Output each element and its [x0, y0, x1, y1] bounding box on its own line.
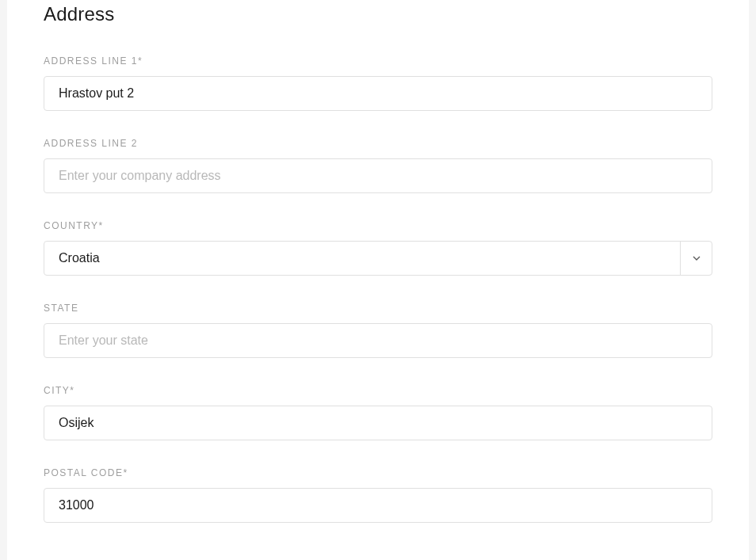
label-state: STATE [44, 303, 712, 314]
label-city: CITY* [44, 385, 712, 396]
form-group-address-line-1: ADDRESS LINE 1* [44, 55, 712, 111]
form-group-state: STATE [44, 303, 712, 358]
label-country: COUNTRY* [44, 220, 712, 231]
form-group-city: CITY* [44, 385, 712, 440]
address-card: Address ADDRESS LINE 1* ADDRESS LINE 2 C… [7, 0, 749, 560]
select-country-value: Croatia [44, 251, 680, 265]
input-postal-code[interactable] [44, 488, 712, 523]
select-country[interactable]: Croatia [44, 241, 712, 276]
section-title: Address [44, 3, 712, 25]
label-address-line-2: ADDRESS LINE 2 [44, 138, 712, 149]
input-address-line-1[interactable] [44, 76, 712, 111]
label-postal-code: POSTAL CODE* [44, 467, 712, 478]
label-address-line-1: ADDRESS LINE 1* [44, 55, 712, 67]
chevron-down-icon [680, 242, 712, 275]
input-city[interactable] [44, 406, 712, 440]
form-group-address-line-2: ADDRESS LINE 2 [44, 138, 712, 193]
page-wrapper: Address ADDRESS LINE 1* ADDRESS LINE 2 C… [0, 0, 756, 560]
form-group-postal-code: POSTAL CODE* [44, 467, 712, 523]
form-group-country: COUNTRY* Croatia [44, 220, 712, 276]
input-address-line-2[interactable] [44, 158, 712, 193]
input-state[interactable] [44, 323, 712, 358]
